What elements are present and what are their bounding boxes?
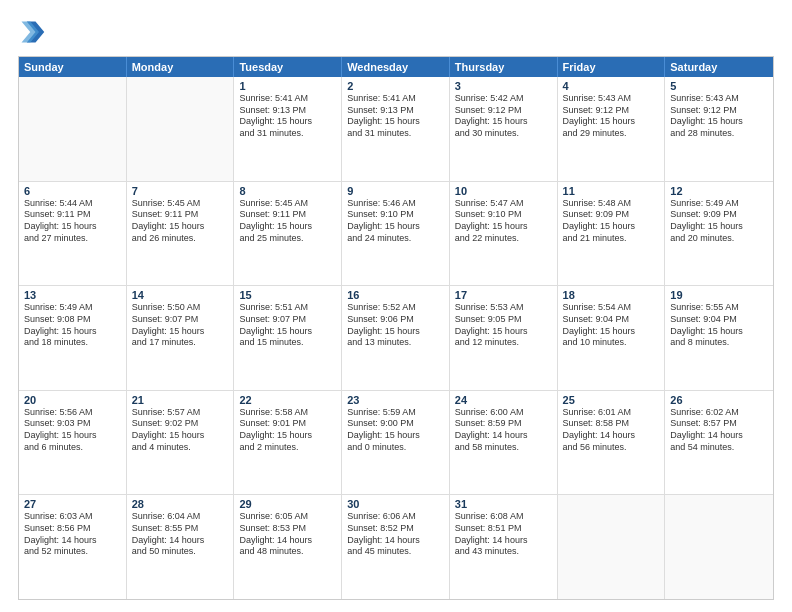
cell-line: and 20 minutes. xyxy=(670,233,768,245)
calendar-cell: 29Sunrise: 6:05 AMSunset: 8:53 PMDayligh… xyxy=(234,495,342,599)
cell-line: Sunrise: 5:55 AM xyxy=(670,302,768,314)
day-number: 20 xyxy=(24,394,121,406)
calendar-cell: 5Sunrise: 5:43 AMSunset: 9:12 PMDaylight… xyxy=(665,77,773,181)
day-number: 7 xyxy=(132,185,229,197)
day-number: 25 xyxy=(563,394,660,406)
day-number: 24 xyxy=(455,394,552,406)
cell-line: Sunrise: 5:51 AM xyxy=(239,302,336,314)
cell-line: and 25 minutes. xyxy=(239,233,336,245)
day-number: 18 xyxy=(563,289,660,301)
day-number: 2 xyxy=(347,80,444,92)
cell-line: Sunset: 9:04 PM xyxy=(563,314,660,326)
cell-line: Sunset: 9:11 PM xyxy=(132,209,229,221)
cell-line: Sunrise: 5:48 AM xyxy=(563,198,660,210)
weekday-header: Friday xyxy=(558,57,666,77)
cell-line: and 17 minutes. xyxy=(132,337,229,349)
calendar-cell: 9Sunrise: 5:46 AMSunset: 9:10 PMDaylight… xyxy=(342,182,450,286)
cell-line: Sunset: 8:58 PM xyxy=(563,418,660,430)
cell-line: Sunset: 9:12 PM xyxy=(455,105,552,117)
calendar-cell: 10Sunrise: 5:47 AMSunset: 9:10 PMDayligh… xyxy=(450,182,558,286)
calendar: SundayMondayTuesdayWednesdayThursdayFrid… xyxy=(18,56,774,600)
cell-line: Sunset: 9:10 PM xyxy=(347,209,444,221)
cell-line: Sunrise: 5:44 AM xyxy=(24,198,121,210)
cell-line: Sunrise: 5:54 AM xyxy=(563,302,660,314)
day-number: 3 xyxy=(455,80,552,92)
calendar-row: 1Sunrise: 5:41 AMSunset: 9:13 PMDaylight… xyxy=(19,77,773,182)
cell-line: Sunset: 8:55 PM xyxy=(132,523,229,535)
cell-line: Daylight: 15 hours xyxy=(239,326,336,338)
calendar-cell: 6Sunrise: 5:44 AMSunset: 9:11 PMDaylight… xyxy=(19,182,127,286)
calendar-cell: 11Sunrise: 5:48 AMSunset: 9:09 PMDayligh… xyxy=(558,182,666,286)
cell-line: Sunset: 9:13 PM xyxy=(347,105,444,117)
weekday-header: Thursday xyxy=(450,57,558,77)
day-number: 30 xyxy=(347,498,444,510)
cell-line: and 48 minutes. xyxy=(239,546,336,558)
cell-line: Daylight: 15 hours xyxy=(132,326,229,338)
calendar-cell: 18Sunrise: 5:54 AMSunset: 9:04 PMDayligh… xyxy=(558,286,666,390)
cell-line: Sunset: 9:04 PM xyxy=(670,314,768,326)
calendar-cell: 20Sunrise: 5:56 AMSunset: 9:03 PMDayligh… xyxy=(19,391,127,495)
cell-line: Sunset: 8:51 PM xyxy=(455,523,552,535)
weekday-header: Saturday xyxy=(665,57,773,77)
cell-line: Daylight: 15 hours xyxy=(563,326,660,338)
calendar-row: 6Sunrise: 5:44 AMSunset: 9:11 PMDaylight… xyxy=(19,182,773,287)
cell-line: and 29 minutes. xyxy=(563,128,660,140)
cell-line: Daylight: 15 hours xyxy=(670,221,768,233)
cell-line: Daylight: 14 hours xyxy=(24,535,121,547)
cell-line: Daylight: 15 hours xyxy=(239,430,336,442)
page: SundayMondayTuesdayWednesdayThursdayFrid… xyxy=(0,0,792,612)
cell-line: and 31 minutes. xyxy=(347,128,444,140)
cell-line: Sunrise: 5:49 AM xyxy=(24,302,121,314)
calendar-cell xyxy=(19,77,127,181)
cell-line: Sunset: 8:56 PM xyxy=(24,523,121,535)
cell-line: Sunset: 9:01 PM xyxy=(239,418,336,430)
cell-line: and 52 minutes. xyxy=(24,546,121,558)
cell-line: Sunset: 9:10 PM xyxy=(455,209,552,221)
cell-line: Sunset: 9:08 PM xyxy=(24,314,121,326)
cell-line: Daylight: 15 hours xyxy=(239,116,336,128)
cell-line: Sunrise: 5:45 AM xyxy=(239,198,336,210)
calendar-cell: 14Sunrise: 5:50 AMSunset: 9:07 PMDayligh… xyxy=(127,286,235,390)
calendar-cell: 1Sunrise: 5:41 AMSunset: 9:13 PMDaylight… xyxy=(234,77,342,181)
cell-line: Daylight: 15 hours xyxy=(455,116,552,128)
cell-line: Sunrise: 6:05 AM xyxy=(239,511,336,523)
cell-line: Sunrise: 5:41 AM xyxy=(347,93,444,105)
cell-line: Daylight: 14 hours xyxy=(239,535,336,547)
cell-line: Sunset: 9:11 PM xyxy=(239,209,336,221)
cell-line: Sunset: 9:09 PM xyxy=(563,209,660,221)
cell-line: Daylight: 15 hours xyxy=(455,221,552,233)
cell-line: Sunrise: 6:06 AM xyxy=(347,511,444,523)
day-number: 27 xyxy=(24,498,121,510)
cell-line: Daylight: 15 hours xyxy=(24,430,121,442)
cell-line: and 50 minutes. xyxy=(132,546,229,558)
cell-line: Daylight: 14 hours xyxy=(563,430,660,442)
cell-line: Daylight: 15 hours xyxy=(347,430,444,442)
day-number: 21 xyxy=(132,394,229,406)
cell-line: and 12 minutes. xyxy=(455,337,552,349)
cell-line: and 31 minutes. xyxy=(239,128,336,140)
cell-line: Daylight: 15 hours xyxy=(347,326,444,338)
calendar-cell: 19Sunrise: 5:55 AMSunset: 9:04 PMDayligh… xyxy=(665,286,773,390)
cell-line: Sunrise: 6:01 AM xyxy=(563,407,660,419)
cell-line: Daylight: 15 hours xyxy=(563,221,660,233)
calendar-cell: 12Sunrise: 5:49 AMSunset: 9:09 PMDayligh… xyxy=(665,182,773,286)
cell-line: and 18 minutes. xyxy=(24,337,121,349)
day-number: 10 xyxy=(455,185,552,197)
cell-line: and 4 minutes. xyxy=(132,442,229,454)
cell-line: Daylight: 14 hours xyxy=(670,430,768,442)
cell-line: Daylight: 15 hours xyxy=(670,326,768,338)
cell-line: Sunset: 9:02 PM xyxy=(132,418,229,430)
calendar-cell: 21Sunrise: 5:57 AMSunset: 9:02 PMDayligh… xyxy=(127,391,235,495)
cell-line: and 24 minutes. xyxy=(347,233,444,245)
cell-line: and 6 minutes. xyxy=(24,442,121,454)
cell-line: and 27 minutes. xyxy=(24,233,121,245)
cell-line: and 56 minutes. xyxy=(563,442,660,454)
cell-line: Daylight: 15 hours xyxy=(132,221,229,233)
day-number: 11 xyxy=(563,185,660,197)
day-number: 31 xyxy=(455,498,552,510)
calendar-cell: 15Sunrise: 5:51 AMSunset: 9:07 PMDayligh… xyxy=(234,286,342,390)
cell-line: Daylight: 15 hours xyxy=(670,116,768,128)
calendar-header: SundayMondayTuesdayWednesdayThursdayFrid… xyxy=(19,57,773,77)
cell-line: Sunset: 9:09 PM xyxy=(670,209,768,221)
cell-line: and 10 minutes. xyxy=(563,337,660,349)
